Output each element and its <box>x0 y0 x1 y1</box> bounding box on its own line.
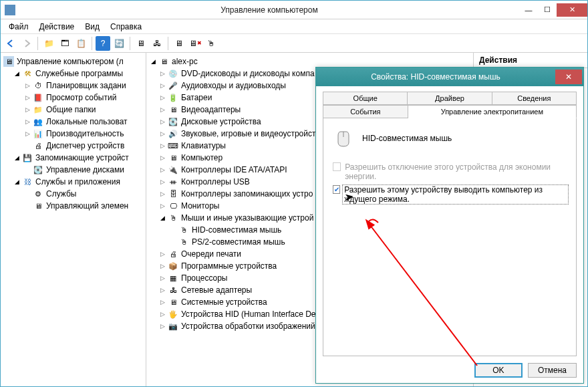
monitor-icon[interactable]: 🖥 <box>134 36 148 51</box>
tree-icon[interactable]: 🖧 <box>150 36 164 51</box>
menubar: Файл Действие Вид Справка <box>1 19 587 34</box>
window-title: Управление компьютером <box>19 5 519 15</box>
tab-power-management[interactable]: Управление электропитанием <box>408 105 577 118</box>
help-icon[interactable]: ? <box>96 36 110 51</box>
minimize-button[interactable]: — <box>519 3 538 17</box>
device-root[interactable]: ◢🖥alex-pc <box>146 55 473 68</box>
properties-icon[interactable]: 🗔 <box>57 36 72 51</box>
tree-shared-folders[interactable]: ▷📁Общие папки <box>1 104 146 116</box>
device-name-label: HID-совместимая мышь <box>362 134 452 143</box>
dialog-title: Свойства: HID-совместимая мышь <box>316 72 555 82</box>
tree-local-users[interactable]: ▷👥Локальные пользоват <box>1 116 146 128</box>
dialog-titlebar: Свойства: HID-совместимая мышь ✕ <box>316 68 583 86</box>
tab-details[interactable]: Сведения <box>492 92 577 105</box>
tabset: Общие Драйвер Сведения События Управлени… <box>323 92 577 118</box>
checkbox-allow-poweroff: Разрешить отключение этого устройства дл… <box>333 162 567 181</box>
ok-button[interactable]: OK <box>474 363 523 378</box>
tree-storage[interactable]: ◢💾Запоминающие устройст <box>1 152 146 164</box>
tree-task-scheduler[interactable]: ▷⏱Планировщик задани <box>1 80 146 92</box>
titlebar: Управление компьютером — ☐ ✕ <box>1 1 587 19</box>
cancel-button[interactable]: Отмена <box>528 363 577 378</box>
tree-wmi-control[interactable]: 🖥Управляющий элемен <box>1 200 146 212</box>
mouse-icon <box>333 128 354 149</box>
tree-event-viewer[interactable]: ▷📕Просмотр событий <box>1 92 146 104</box>
checkbox-icon <box>333 162 341 171</box>
tree-services[interactable]: ⚙Службы <box>1 188 146 200</box>
menu-file[interactable]: Файл <box>3 21 34 33</box>
toolbar: 📁 🗔 📋 ? 🔄 🖥 🖧 🖥 🖥✖ 🖱 <box>1 34 587 53</box>
list-icon[interactable]: 📋 <box>74 36 88 51</box>
tree-device-manager[interactable]: 🖨Диспетчер устройств <box>1 140 146 152</box>
annotation-arrow <box>363 219 490 372</box>
folder-up-icon[interactable]: 📁 <box>41 36 56 51</box>
tree-services-apps[interactable]: ◢⛓Службы и приложения <box>1 176 146 188</box>
tab-content: HID-совместимая мышь Разрешить отключени… <box>323 118 577 356</box>
app-icon <box>5 5 15 15</box>
tree-system-tools[interactable]: ◢🛠Служебные программы <box>1 68 146 80</box>
svg-line-1 <box>370 225 477 366</box>
tree-performance[interactable]: ▷📊Производительность <box>1 128 146 140</box>
tree-disk-management[interactable]: 💽Управление дисками <box>1 164 146 176</box>
menu-help[interactable]: Справка <box>105 21 147 33</box>
menu-view[interactable]: Вид <box>80 21 105 33</box>
tab-driver[interactable]: Драйвер <box>408 92 492 105</box>
left-tree-pane: 🖥Управление компьютером (л ◢🛠Служебные п… <box>1 53 146 386</box>
properties-dialog: Свойства: HID-совместимая мышь ✕ Общие Д… <box>315 67 584 384</box>
checkbox-icon[interactable]: ✔ <box>333 185 340 194</box>
remove-icon[interactable]: 🖥✖ <box>188 36 202 51</box>
checkbox-allow-wake[interactable]: ✔ Разрешить этому устройству выводить ко… <box>333 185 567 204</box>
refresh-icon[interactable]: 🔄 <box>112 36 126 51</box>
back-icon[interactable] <box>3 36 18 51</box>
forward-icon[interactable] <box>19 36 34 51</box>
menu-action[interactable]: Действие <box>34 21 80 33</box>
scan-icon[interactable]: 🖥 <box>172 36 186 51</box>
tab-general[interactable]: Общие <box>323 92 408 105</box>
dialog-close-button[interactable]: ✕ <box>555 70 582 84</box>
device-icon[interactable]: 🖱 <box>204 36 218 51</box>
tab-events[interactable]: События <box>323 105 408 118</box>
maximize-button[interactable]: ☐ <box>538 3 557 17</box>
actions-header: Действия <box>474 53 587 68</box>
close-button[interactable]: ✕ <box>557 3 587 17</box>
tree-root[interactable]: 🖥Управление компьютером (л <box>1 55 146 68</box>
